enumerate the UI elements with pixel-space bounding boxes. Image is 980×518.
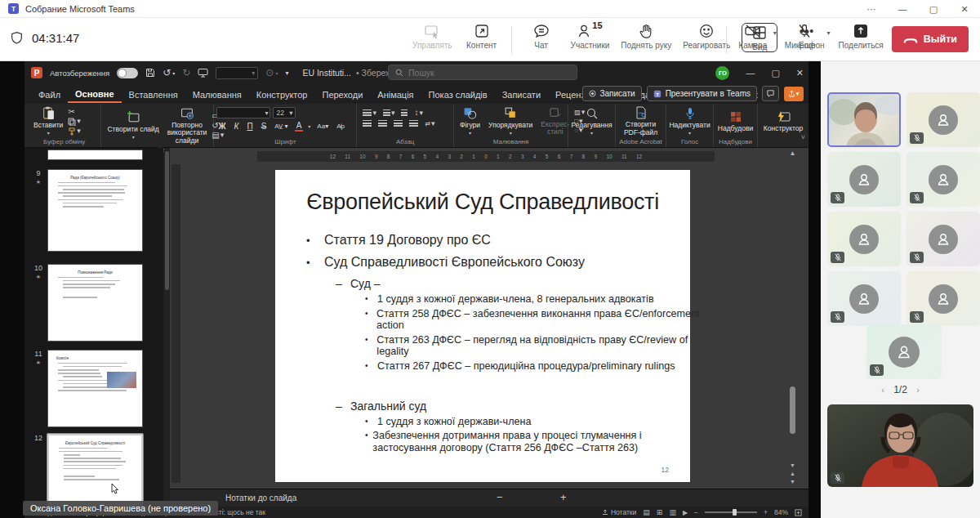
window-more-button[interactable]: ⋯ (856, 0, 887, 18)
ppt-minimize-button[interactable]: — (746, 68, 755, 78)
tab-record[interactable]: Записати (495, 87, 548, 102)
cut-button[interactable]: ✂ (68, 108, 81, 116)
slide-11-thumbnail[interactable]: Комісія (47, 350, 143, 427)
shapes-button[interactable]: Фігури▾ (457, 105, 483, 137)
clear-format-button[interactable]: А̸р (335, 123, 346, 130)
font-name-select[interactable]: ▾ (216, 107, 270, 118)
manage-button[interactable]: Управлять (412, 23, 452, 50)
participant-tile[interactable] (906, 212, 980, 266)
bold-button[interactable]: Ж (216, 122, 227, 131)
tab-transitions[interactable]: Переходи (314, 87, 370, 102)
tab-home[interactable]: Основне (68, 86, 122, 103)
content-button[interactable]: Контент (464, 23, 500, 50)
editor-scrollbar[interactable]: ▲ ▼ ▲ ▼ (788, 150, 797, 486)
ribbon-collapse-chevron[interactable]: ˅ (801, 133, 805, 141)
page-next-chevron[interactable]: › (910, 385, 926, 395)
format-painter-button[interactable]: ▾ (68, 127, 81, 136)
slide-10-thumbnail[interactable]: Повноваження Ради (47, 264, 143, 342)
italic-button[interactable]: К (233, 122, 241, 131)
account-avatar[interactable]: ГО (715, 66, 729, 80)
participant-video-tile[interactable] (827, 92, 901, 147)
slide-8-thumbnail-partial[interactable] (47, 150, 143, 160)
tab-draw[interactable]: Малювання (185, 87, 249, 102)
next-slide-button[interactable]: ▼ (788, 478, 797, 486)
participants-button[interactable]: 15 Участники (571, 23, 610, 50)
ppt-share-button[interactable]: ▾ (784, 87, 804, 101)
window-minimize-button[interactable]: — (887, 0, 918, 18)
participant-tile[interactable] (827, 152, 901, 207)
slide-sorter-view-button[interactable]: ⊞ (657, 508, 663, 516)
window-close-button[interactable]: ✕ (949, 0, 980, 18)
addins-button[interactable]: Надбудови (715, 109, 756, 133)
tab-design[interactable]: Конструктор (249, 87, 315, 102)
ppt-search-box[interactable] (388, 65, 577, 80)
thumbnail-scrollbar[interactable] (164, 148, 170, 507)
raise-hand-button[interactable]: Поднять руку (621, 23, 671, 50)
mic-button[interactable]: Микрофон (785, 23, 825, 50)
line-spacing-button[interactable]: ↕▾ (414, 109, 423, 117)
fit-to-window-icon[interactable] (795, 509, 802, 516)
new-slide-button[interactable]: Створити слайд▾ (104, 109, 162, 141)
participant-tile[interactable] (827, 271, 901, 326)
window-maximize-button[interactable]: ▢ (918, 0, 949, 18)
numbering-button[interactable]: ▾ (383, 109, 395, 117)
strikethrough-button[interactable]: S (260, 122, 269, 131)
autosave-toggle[interactable] (117, 68, 138, 78)
justify-button[interactable] (409, 120, 418, 127)
chat-button[interactable]: Чат (523, 23, 559, 50)
qat-dropdown[interactable]: ▾ (216, 67, 258, 79)
scrollbar-thumb[interactable] (790, 386, 795, 434)
notes-label[interactable]: Нотатки до слайда (225, 493, 296, 502)
ppt-close-button[interactable]: ✕ (796, 68, 804, 78)
save-icon[interactable] (145, 68, 155, 78)
notes-shrink-button[interactable]: − (497, 491, 503, 503)
comments-button[interactable] (762, 86, 779, 101)
copy-button[interactable]: ▾ (68, 118, 81, 126)
underline-button[interactable]: П (245, 122, 254, 131)
redo-icon[interactable]: ↻ (182, 67, 190, 78)
reading-view-button[interactable]: ▥ (669, 508, 676, 516)
participant-tile[interactable] (906, 92, 980, 147)
participant-tile[interactable] (866, 324, 942, 379)
designer-button[interactable]: Конструктор (760, 109, 806, 133)
present-in-teams-button[interactable]: T Презентувати в Teams (647, 86, 757, 101)
bottom-video-tile[interactable] (827, 404, 973, 487)
zoom-in-button[interactable]: + (764, 508, 768, 516)
ppt-maximize-button[interactable]: ▢ (771, 68, 779, 78)
participant-tile[interactable] (827, 212, 901, 266)
slideshow-view-button[interactable]: ▶ (683, 509, 688, 516)
previous-slide-button[interactable]: ▲ (788, 470, 797, 478)
dictate-button[interactable]: Надиктувати▾ (666, 106, 713, 137)
undo-icon[interactable]: ↺▾ (163, 67, 175, 78)
change-case-button[interactable]: Аа▾ (315, 123, 330, 130)
tab-slideshow[interactable]: Показ слайдів (421, 87, 495, 102)
search-input[interactable] (408, 68, 555, 78)
leave-button[interactable]: Выйти (892, 26, 969, 52)
align-right-button[interactable] (394, 120, 403, 127)
record-button[interactable]: Записати (582, 86, 642, 101)
arrange-button[interactable]: Упорядкувати▾ (485, 105, 536, 137)
participant-tile[interactable] (906, 152, 980, 207)
align-center-button[interactable] (378, 120, 387, 127)
notes-toggle-button[interactable]: Нотатки (602, 508, 636, 516)
font-size-select[interactable]: 22▾ (273, 107, 296, 118)
font-color-button[interactable]: А (295, 121, 304, 132)
mic-chevron[interactable]: ▾ (827, 29, 831, 37)
indent-more-button[interactable] (401, 109, 408, 117)
text-direction-button[interactable]: ⇄▾ (425, 120, 434, 127)
react-button[interactable]: Реагировать (683, 23, 730, 50)
tab-insert[interactable]: Вставлення (122, 87, 185, 102)
qat-more-chevron[interactable]: ▾ (285, 69, 288, 77)
share-button[interactable]: Поделиться (839, 23, 884, 50)
page-previous-chevron[interactable]: ‹ (875, 385, 891, 395)
scroll-down-arrow[interactable]: ▼ (788, 462, 797, 470)
zoom-percent[interactable]: 84% (774, 508, 788, 516)
participant-tile[interactable] (906, 271, 980, 326)
align-left-button[interactable] (363, 120, 372, 127)
notes-grow-button[interactable]: + (560, 491, 567, 503)
qat-extra-icon[interactable]: ⊙▾ (265, 67, 278, 78)
slide-9-thumbnail[interactable]: Рада (Європейського Союзу) (47, 169, 143, 252)
zoom-slider[interactable] (705, 511, 757, 513)
slideshow-icon[interactable] (198, 68, 208, 78)
camera-chevron[interactable]: ▾ (773, 29, 777, 37)
